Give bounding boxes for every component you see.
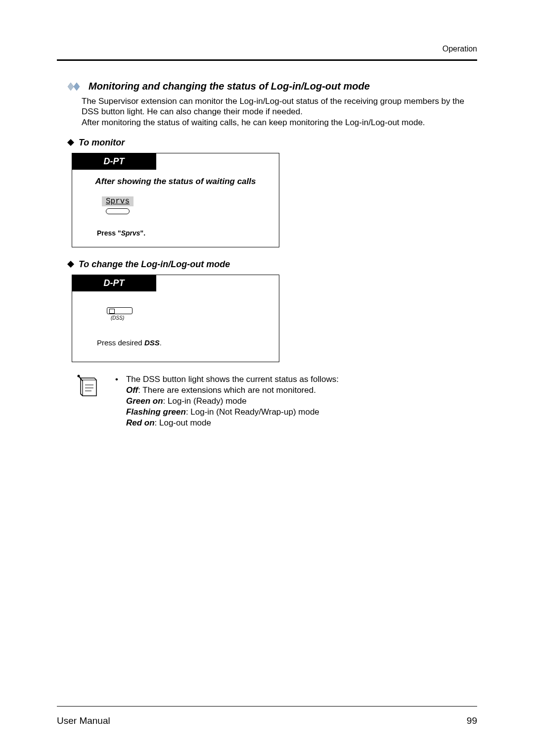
sprvs-button-icon bbox=[106, 208, 130, 214]
note-block: • The DSS button light shows the current… bbox=[77, 374, 477, 428]
diamond-icon bbox=[67, 260, 75, 268]
note-flash: Flashing green: Log-in (Not Ready/Wrap-u… bbox=[126, 407, 339, 418]
footer-left: User Manual bbox=[57, 715, 110, 726]
sub-heading-change: To change the Log-in/Log-out mode bbox=[67, 259, 477, 270]
sprvs-label: Sprvs bbox=[102, 196, 134, 206]
note-red: Red on: Log-out mode bbox=[126, 418, 339, 428]
sprvs-button-diagram: Sprvs bbox=[102, 196, 269, 214]
note-text: • The DSS button light shows the current… bbox=[115, 374, 339, 428]
double-diamond-icon bbox=[67, 82, 84, 92]
monitor-caption: After showing the status of waiting call… bbox=[82, 177, 269, 187]
change-heading: To change the Log-in/Log-out mode bbox=[79, 259, 230, 270]
svg-marker-3 bbox=[67, 261, 74, 268]
footer-page: 99 bbox=[467, 715, 477, 726]
note-green: Green on: Log-in (Ready) mode bbox=[126, 396, 339, 407]
dss-button-diagram: (DSS) bbox=[107, 307, 269, 321]
header-label: Operation bbox=[57, 45, 477, 53]
press-dss-line: Press desired DSS. bbox=[97, 338, 269, 347]
intro-paragraph: The Supervisor extension can monitor the… bbox=[82, 96, 477, 128]
panel-label-dpt: D-PT bbox=[72, 275, 156, 291]
change-panel: D-PT (DSS) Press desired DSS. bbox=[72, 275, 279, 362]
section-title-row: Monitoring and changing the status of Lo… bbox=[67, 81, 477, 92]
footer-rule bbox=[57, 706, 477, 707]
header-rule bbox=[57, 59, 477, 61]
monitor-heading: To monitor bbox=[79, 138, 125, 148]
svg-point-7 bbox=[78, 375, 80, 377]
section-title: Monitoring and changing the status of Lo… bbox=[89, 81, 370, 92]
sub-heading-monitor: To monitor bbox=[67, 138, 477, 148]
monitor-panel: D-PT After showing the status of waiting… bbox=[72, 153, 279, 247]
diamond-icon bbox=[67, 139, 75, 146]
note-line-1: The DSS button light shows the current s… bbox=[126, 374, 339, 385]
bullet-icon: • bbox=[115, 374, 118, 428]
footer: User Manual 99 bbox=[57, 715, 477, 726]
note-off: Off: There are extensions which are not … bbox=[126, 385, 339, 396]
svg-marker-2 bbox=[67, 139, 74, 146]
svg-marker-0 bbox=[68, 83, 74, 91]
panel-label-dpt: D-PT bbox=[72, 153, 156, 170]
dss-caption: (DSS) bbox=[111, 315, 269, 321]
notepad-icon bbox=[77, 374, 100, 399]
svg-marker-1 bbox=[74, 83, 80, 91]
press-sprvs-line: Press "Sprvs". bbox=[97, 229, 269, 237]
dss-button-icon bbox=[107, 307, 133, 314]
